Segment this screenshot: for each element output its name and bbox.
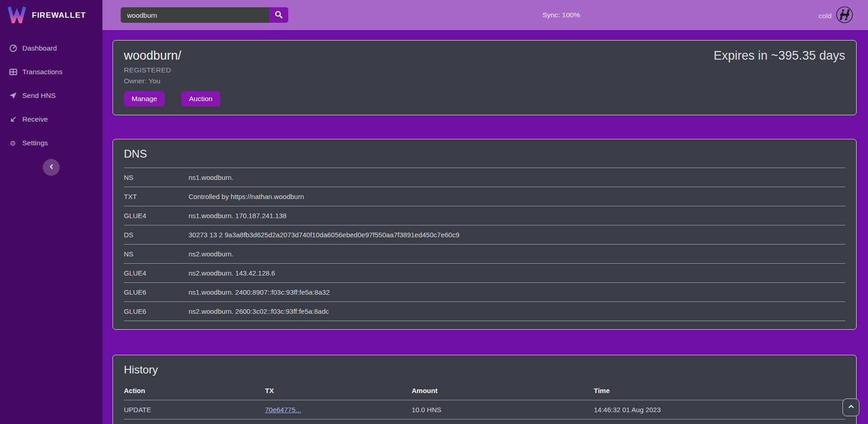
dns-record-value: ns2.woodburn. bbox=[189, 245, 845, 264]
sidebar-item-label: Transactions bbox=[22, 68, 62, 76]
dns-record-type: NS bbox=[124, 168, 189, 187]
domain-owner: Owner: You bbox=[124, 77, 220, 85]
dns-section-title: DNS bbox=[124, 148, 845, 160]
topbar: Sync: 100% cold bbox=[102, 0, 868, 30]
dns-record-value: ns2.woodburn. 2600:3c02::f03c:93ff:fe5a:… bbox=[189, 302, 845, 321]
wallet-mode-label: cold bbox=[819, 12, 832, 20]
domain-actions: Manage Auction bbox=[124, 91, 220, 107]
domain-name-title: woodburn/ bbox=[124, 49, 220, 63]
dns-record-row: DS 30273 13 2 9a3a8fb3d625d2a2073d740f10… bbox=[124, 225, 845, 245]
sidebar-item-label: Settings bbox=[22, 139, 48, 147]
domain-card: woodburn/ REGISTERED Owner: You Manage A… bbox=[112, 40, 857, 115]
history-amount: 10.0 HNS bbox=[412, 419, 594, 424]
sidebar-item-label: Receive bbox=[22, 115, 48, 123]
dns-record-type: GLUE4 bbox=[124, 206, 189, 225]
paper-plane-icon bbox=[9, 92, 17, 99]
history-action: RENEW bbox=[124, 419, 265, 424]
arrow-down-left-icon bbox=[9, 116, 17, 123]
history-amount: 10.0 HNS bbox=[412, 400, 594, 419]
wallet-mode-group: cold bbox=[819, 6, 853, 26]
dns-record-value: Controlled by https://nathan.woodburn bbox=[189, 187, 845, 206]
sidebar-collapse-button[interactable] bbox=[43, 159, 60, 176]
sidebar-item-label: Dashboard bbox=[22, 44, 57, 52]
domain-status: REGISTERED bbox=[124, 66, 220, 74]
dns-card: DNS NS ns1.woodburn. TXT Controlled by h… bbox=[112, 139, 857, 330]
gear-icon: ⚙ bbox=[9, 140, 17, 147]
dns-record-value: ns1.woodburn. 170.187.241.138 bbox=[189, 206, 845, 225]
firewallet-logo-icon bbox=[7, 6, 26, 25]
search-button[interactable] bbox=[269, 7, 288, 23]
history-time: 14:46:32 01 Aug 2023 bbox=[594, 400, 845, 419]
sidebar-item-send-hns[interactable]: Send HNS bbox=[0, 84, 102, 107]
domain-expiry: Expires in ~395.35 days bbox=[714, 49, 845, 107]
dns-record-type: DS bbox=[124, 225, 189, 245]
dns-record-type: TXT bbox=[124, 187, 189, 206]
dns-record-row: NS ns2.woodburn. bbox=[124, 245, 845, 264]
history-action: UPDATE bbox=[124, 400, 265, 419]
dns-records-table: NS ns1.woodburn. TXT Controlled by https… bbox=[124, 168, 845, 321]
search-group bbox=[121, 7, 288, 23]
auction-button[interactable]: Auction bbox=[181, 91, 220, 107]
handshake-logo-icon[interactable] bbox=[836, 6, 853, 26]
manage-button[interactable]: Manage bbox=[124, 91, 165, 107]
history-col-action: Action bbox=[124, 383, 265, 400]
sidebar-item-settings[interactable]: ⚙ Settings bbox=[0, 131, 102, 155]
tx-link[interactable]: 70e64775... bbox=[265, 406, 301, 414]
dns-record-type: GLUE4 bbox=[124, 264, 189, 283]
scroll-to-top-button[interactable] bbox=[842, 398, 859, 416]
sidebar-item-dashboard[interactable]: Dashboard bbox=[0, 36, 102, 60]
sidebar-item-receive[interactable]: Receive bbox=[0, 107, 102, 131]
search-icon bbox=[275, 10, 283, 20]
app-title: FIREWALLET bbox=[32, 11, 86, 20]
dns-record-row: GLUE4 ns1.woodburn. 170.187.241.138 bbox=[124, 206, 845, 225]
dns-record-row: NS ns1.woodburn. bbox=[124, 168, 845, 187]
history-col-amount: Amount bbox=[412, 383, 594, 400]
chevron-left-icon bbox=[48, 163, 55, 172]
history-row: RENEW d72eb5c1... 10.0 HNS 15:45:38 07 F… bbox=[124, 419, 845, 424]
search-input[interactable] bbox=[121, 7, 269, 23]
history-col-tx: TX bbox=[265, 383, 412, 400]
sidebar: FIREWALLET Dashboard Transactions Send H… bbox=[0, 0, 102, 424]
sidebar-item-transactions[interactable]: Transactions bbox=[0, 60, 102, 84]
chevron-up-icon bbox=[848, 403, 855, 412]
history-col-time: Time bbox=[594, 383, 845, 400]
dns-record-row: GLUE4 ns2.woodburn. 143.42.128.6 bbox=[124, 264, 845, 283]
domain-card-left: woodburn/ REGISTERED Owner: You Manage A… bbox=[124, 49, 220, 107]
history-header-row: Action TX Amount Time bbox=[124, 383, 845, 400]
sync-status: Sync: 100% bbox=[542, 11, 580, 19]
main-content: woodburn/ REGISTERED Owner: You Manage A… bbox=[102, 30, 868, 424]
dns-record-value: ns1.woodburn. 2400:8907::f03c:93ff:fe5a:… bbox=[189, 283, 845, 302]
dns-record-value: 30273 13 2 9a3a8fb3d625d2a2073d740f10da6… bbox=[189, 225, 845, 245]
dns-record-row: GLUE6 ns2.woodburn. 2600:3c02::f03c:93ff… bbox=[124, 302, 845, 321]
dns-record-value: ns2.woodburn. 143.42.128.6 bbox=[189, 264, 845, 283]
dns-record-type: GLUE6 bbox=[124, 302, 189, 321]
history-table: Action TX Amount Time UPDATE 70e64775...… bbox=[124, 383, 845, 424]
brand-logo-row: FIREWALLET bbox=[0, 0, 102, 31]
sidebar-item-label: Send HNS bbox=[22, 92, 56, 100]
history-section-title: History bbox=[124, 363, 845, 376]
dns-record-row: GLUE6 ns1.woodburn. 2400:8907::f03c:93ff… bbox=[124, 283, 845, 302]
dns-record-type: GLUE6 bbox=[124, 283, 189, 302]
history-card: History Action TX Amount Time UPDATE 70e… bbox=[112, 355, 857, 424]
history-row: UPDATE 70e64775... 10.0 HNS 14:46:32 01 … bbox=[124, 400, 845, 419]
dns-record-type: NS bbox=[124, 245, 189, 264]
table-icon bbox=[9, 68, 17, 76]
sidebar-menu: Dashboard Transactions Send HNS Receive … bbox=[0, 36, 102, 155]
history-time: 15:45:38 07 Feb 2023 bbox=[594, 419, 845, 424]
dns-record-value: ns1.woodburn. bbox=[189, 168, 845, 187]
dns-record-row: TXT Controlled by https://nathan.woodbur… bbox=[124, 187, 845, 206]
dashboard-icon bbox=[9, 44, 17, 52]
